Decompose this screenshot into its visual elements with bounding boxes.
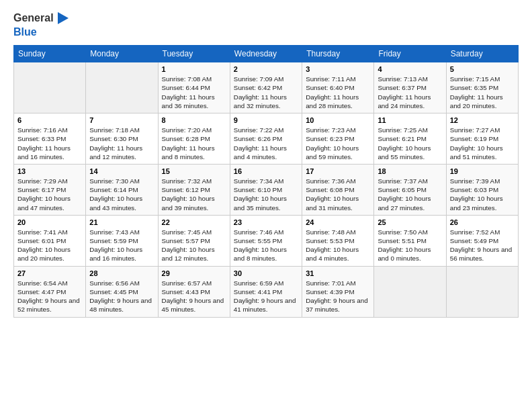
day-info: Sunrise: 7:29 AM Sunset: 6:17 PM Dayligh… [17, 177, 82, 212]
calendar-cell: 25Sunrise: 7:50 AM Sunset: 5:51 PM Dayli… [374, 215, 446, 266]
calendar-cell: 30Sunrise: 6:59 AM Sunset: 4:41 PM Dayli… [230, 266, 302, 317]
day-number: 9 [234, 116, 298, 124]
day-info: Sunrise: 7:13 AM Sunset: 6:37 PM Dayligh… [378, 75, 442, 110]
day-info: Sunrise: 6:56 AM Sunset: 4:45 PM Dayligh… [89, 279, 154, 314]
day-number: 23 [234, 218, 298, 226]
calendar-cell: 29Sunrise: 6:57 AM Sunset: 4:43 PM Dayli… [158, 266, 230, 317]
day-number: 19 [450, 167, 515, 175]
calendar-cell: 7Sunrise: 7:18 AM Sunset: 6:30 PM Daylig… [86, 113, 158, 165]
day-info: Sunrise: 7:48 AM Sunset: 5:53 PM Dayligh… [306, 228, 370, 263]
calendar-header-monday: Monday [86, 46, 158, 62]
day-info: Sunrise: 7:23 AM Sunset: 6:23 PM Dayligh… [306, 126, 370, 161]
calendar-cell: 10Sunrise: 7:23 AM Sunset: 6:23 PM Dayli… [302, 113, 374, 165]
day-number: 29 [162, 269, 226, 277]
day-info: Sunrise: 6:54 AM Sunset: 4:47 PM Dayligh… [17, 279, 82, 314]
day-number: 16 [234, 167, 298, 175]
day-number: 8 [162, 116, 226, 124]
day-info: Sunrise: 7:15 AM Sunset: 6:35 PM Dayligh… [450, 75, 515, 110]
calendar-cell [446, 266, 518, 317]
calendar-cell [374, 266, 446, 317]
header: General Blue [13, 11, 519, 38]
day-number: 7 [89, 116, 154, 124]
logo-triangle-icon [55, 11, 70, 26]
day-info: Sunrise: 7:01 AM Sunset: 4:39 PM Dayligh… [306, 279, 370, 314]
day-info: Sunrise: 7:34 AM Sunset: 6:10 PM Dayligh… [234, 177, 298, 212]
day-number: 10 [306, 116, 370, 124]
day-info: Sunrise: 7:41 AM Sunset: 6:01 PM Dayligh… [17, 228, 82, 263]
day-info: Sunrise: 7:18 AM Sunset: 6:30 PM Dayligh… [89, 126, 154, 161]
calendar-cell [86, 62, 158, 113]
day-info: Sunrise: 7:37 AM Sunset: 6:05 PM Dayligh… [378, 177, 442, 212]
day-number: 22 [162, 218, 226, 226]
day-info: Sunrise: 7:32 AM Sunset: 6:12 PM Dayligh… [162, 177, 226, 212]
day-number: 20 [17, 218, 82, 226]
calendar-cell: 22Sunrise: 7:45 AM Sunset: 5:57 PM Dayli… [158, 215, 230, 266]
calendar-cell: 19Sunrise: 7:39 AM Sunset: 6:03 PM Dayli… [446, 164, 518, 215]
day-number: 4 [378, 65, 442, 73]
day-number: 6 [17, 116, 82, 124]
calendar-cell: 15Sunrise: 7:32 AM Sunset: 6:12 PM Dayli… [158, 164, 230, 215]
day-number: 27 [17, 269, 82, 277]
logo-text: General Blue [13, 11, 70, 38]
logo-blue: Blue [13, 26, 70, 38]
day-number: 1 [162, 65, 226, 73]
calendar-week-3: 13Sunrise: 7:29 AM Sunset: 6:17 PM Dayli… [14, 164, 519, 215]
svg-marker-0 [58, 12, 69, 24]
day-info: Sunrise: 7:16 AM Sunset: 6:33 PM Dayligh… [17, 126, 82, 161]
day-info: Sunrise: 7:11 AM Sunset: 6:40 PM Dayligh… [306, 75, 370, 110]
calendar-cell: 16Sunrise: 7:34 AM Sunset: 6:10 PM Dayli… [230, 164, 302, 215]
calendar-cell: 8Sunrise: 7:20 AM Sunset: 6:28 PM Daylig… [158, 113, 230, 165]
calendar-cell: 13Sunrise: 7:29 AM Sunset: 6:17 PM Dayli… [14, 164, 86, 215]
calendar-cell: 5Sunrise: 7:15 AM Sunset: 6:35 PM Daylig… [446, 62, 518, 113]
calendar-cell: 18Sunrise: 7:37 AM Sunset: 6:05 PM Dayli… [374, 164, 446, 215]
day-number: 31 [306, 269, 370, 277]
calendar-header-thursday: Thursday [302, 46, 374, 62]
calendar-week-1: 1Sunrise: 7:08 AM Sunset: 6:44 PM Daylig… [14, 62, 519, 113]
day-number: 30 [234, 269, 298, 277]
day-number: 11 [378, 116, 442, 124]
day-info: Sunrise: 7:50 AM Sunset: 5:51 PM Dayligh… [378, 228, 442, 263]
day-info: Sunrise: 7:30 AM Sunset: 6:14 PM Dayligh… [89, 177, 154, 212]
calendar-cell: 23Sunrise: 7:46 AM Sunset: 5:55 PM Dayli… [230, 215, 302, 266]
day-info: Sunrise: 6:59 AM Sunset: 4:41 PM Dayligh… [234, 279, 298, 314]
calendar-cell: 24Sunrise: 7:48 AM Sunset: 5:53 PM Dayli… [302, 215, 374, 266]
calendar-cell: 3Sunrise: 7:11 AM Sunset: 6:40 PM Daylig… [302, 62, 374, 113]
day-number: 24 [306, 218, 370, 226]
day-number: 17 [306, 167, 370, 175]
calendar-cell: 17Sunrise: 7:36 AM Sunset: 6:08 PM Dayli… [302, 164, 374, 215]
day-number: 15 [162, 167, 226, 175]
calendar-header-saturday: Saturday [446, 46, 518, 62]
day-info: Sunrise: 7:27 AM Sunset: 6:19 PM Dayligh… [450, 126, 515, 161]
day-number: 2 [234, 65, 298, 73]
calendar-cell: 12Sunrise: 7:27 AM Sunset: 6:19 PM Dayli… [446, 113, 518, 165]
day-number: 12 [450, 116, 515, 124]
day-number: 14 [89, 167, 154, 175]
calendar-week-5: 27Sunrise: 6:54 AM Sunset: 4:47 PM Dayli… [14, 266, 519, 317]
day-info: Sunrise: 7:52 AM Sunset: 5:49 PM Dayligh… [450, 228, 515, 263]
day-info: Sunrise: 7:39 AM Sunset: 6:03 PM Dayligh… [450, 177, 515, 212]
calendar-cell: 31Sunrise: 7:01 AM Sunset: 4:39 PM Dayli… [302, 266, 374, 317]
calendar-cell: 21Sunrise: 7:43 AM Sunset: 5:59 PM Dayli… [86, 215, 158, 266]
day-number: 18 [378, 167, 442, 175]
calendar-cell: 20Sunrise: 7:41 AM Sunset: 6:01 PM Dayli… [14, 215, 86, 266]
day-info: Sunrise: 6:57 AM Sunset: 4:43 PM Dayligh… [162, 279, 226, 314]
calendar-cell [14, 62, 86, 113]
calendar-cell: 26Sunrise: 7:52 AM Sunset: 5:49 PM Dayli… [446, 215, 518, 266]
day-info: Sunrise: 7:36 AM Sunset: 6:08 PM Dayligh… [306, 177, 370, 212]
calendar-cell: 6Sunrise: 7:16 AM Sunset: 6:33 PM Daylig… [14, 113, 86, 165]
calendar-header-wednesday: Wednesday [230, 46, 302, 62]
day-number: 5 [450, 65, 515, 73]
day-info: Sunrise: 7:22 AM Sunset: 6:26 PM Dayligh… [234, 126, 298, 161]
calendar-week-4: 20Sunrise: 7:41 AM Sunset: 6:01 PM Dayli… [14, 215, 519, 266]
day-number: 26 [450, 218, 515, 226]
day-info: Sunrise: 7:43 AM Sunset: 5:59 PM Dayligh… [89, 228, 154, 263]
day-info: Sunrise: 7:25 AM Sunset: 6:21 PM Dayligh… [378, 126, 442, 161]
day-info: Sunrise: 7:08 AM Sunset: 6:44 PM Dayligh… [162, 75, 226, 110]
calendar-cell: 2Sunrise: 7:09 AM Sunset: 6:42 PM Daylig… [230, 62, 302, 113]
day-number: 13 [17, 167, 82, 175]
calendar-cell: 1Sunrise: 7:08 AM Sunset: 6:44 PM Daylig… [158, 62, 230, 113]
calendar-header-sunday: Sunday [14, 46, 86, 62]
day-info: Sunrise: 7:09 AM Sunset: 6:42 PM Dayligh… [234, 75, 298, 110]
day-number: 28 [89, 269, 154, 277]
calendar-header-tuesday: Tuesday [158, 46, 230, 62]
